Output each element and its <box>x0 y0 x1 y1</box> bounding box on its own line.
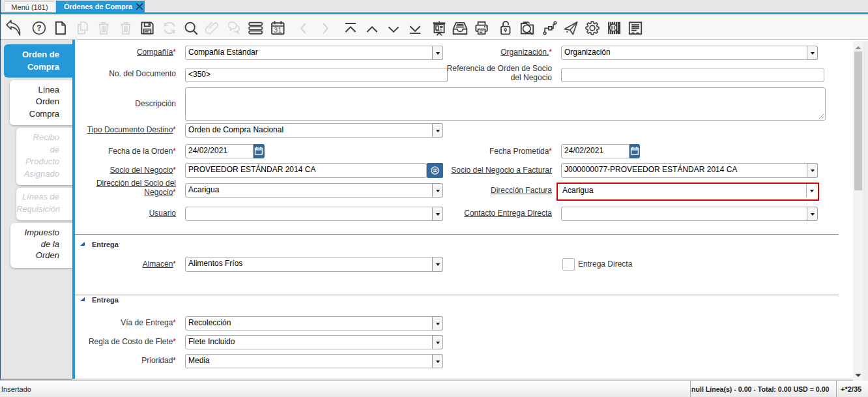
svg-text:?: ? <box>36 23 41 33</box>
svg-text:31: 31 <box>274 26 282 34</box>
